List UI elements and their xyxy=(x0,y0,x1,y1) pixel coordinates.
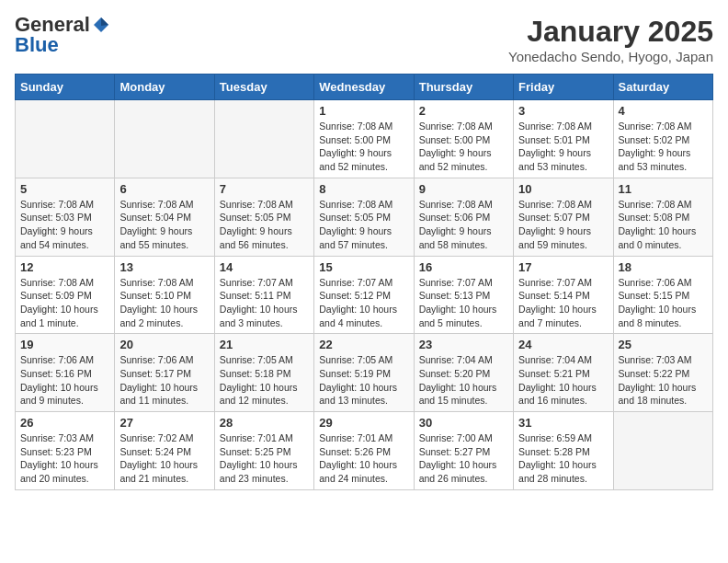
day-number: 23 xyxy=(419,338,508,351)
calendar-week-1: 1Sunrise: 7:08 AM Sunset: 5:00 PM Daylig… xyxy=(16,100,713,178)
logo-general-text: General xyxy=(15,15,90,35)
day-number: 16 xyxy=(419,260,508,274)
day-info: Sunrise: 7:06 AM Sunset: 5:15 PM Dayligh… xyxy=(619,276,708,330)
calendar-cell: 22Sunrise: 7:05 AM Sunset: 5:19 PM Dayli… xyxy=(314,334,414,412)
day-number: 1 xyxy=(319,104,408,118)
calendar-table: SundayMondayTuesdayWednesdayThursdayFrid… xyxy=(15,74,713,490)
calendar-cell: 14Sunrise: 7:07 AM Sunset: 5:11 PM Dayli… xyxy=(214,256,313,334)
day-info: Sunrise: 7:08 AM Sunset: 5:10 PM Dayligh… xyxy=(119,276,209,330)
weekday-header-thursday: Thursday xyxy=(414,75,513,100)
day-info: Sunrise: 6:59 AM Sunset: 5:28 PM Dayligh… xyxy=(518,431,608,486)
calendar-cell: 16Sunrise: 7:07 AM Sunset: 5:13 PM Dayli… xyxy=(414,256,513,334)
day-number: 18 xyxy=(619,260,708,274)
day-info: Sunrise: 7:03 AM Sunset: 5:23 PM Dayligh… xyxy=(20,431,109,486)
day-number: 19 xyxy=(20,338,109,351)
month-title: January 2025 xyxy=(508,15,713,49)
day-info: Sunrise: 7:05 AM Sunset: 5:19 PM Dayligh… xyxy=(319,353,408,408)
weekday-header-row: SundayMondayTuesdayWednesdayThursdayFrid… xyxy=(16,75,713,100)
calendar-cell: 20Sunrise: 7:06 AM Sunset: 5:17 PM Dayli… xyxy=(115,334,214,412)
title-block: January 2025 Yonedacho Sendo, Hyogo, Jap… xyxy=(508,15,713,64)
calendar-cell: 27Sunrise: 7:02 AM Sunset: 5:24 PM Dayli… xyxy=(115,412,214,490)
calendar-cell: 2Sunrise: 7:08 AM Sunset: 5:00 PM Daylig… xyxy=(414,100,513,178)
calendar-cell: 12Sunrise: 7:08 AM Sunset: 5:09 PM Dayli… xyxy=(16,256,115,334)
day-info: Sunrise: 7:08 AM Sunset: 5:08 PM Dayligh… xyxy=(619,198,708,252)
day-info: Sunrise: 7:08 AM Sunset: 5:06 PM Dayligh… xyxy=(419,198,508,252)
day-info: Sunrise: 7:03 AM Sunset: 5:22 PM Dayligh… xyxy=(619,353,708,408)
day-number: 11 xyxy=(619,182,708,196)
calendar-cell xyxy=(613,412,712,490)
calendar-cell: 23Sunrise: 7:04 AM Sunset: 5:20 PM Dayli… xyxy=(414,334,513,412)
logo-blue-text: Blue xyxy=(15,35,59,55)
calendar-cell: 9Sunrise: 7:08 AM Sunset: 5:06 PM Daylig… xyxy=(414,178,513,256)
calendar-cell: 3Sunrise: 7:08 AM Sunset: 5:01 PM Daylig… xyxy=(514,100,613,178)
weekday-header-wednesday: Wednesday xyxy=(314,75,414,100)
day-number: 26 xyxy=(20,416,109,430)
day-info: Sunrise: 7:01 AM Sunset: 5:25 PM Dayligh… xyxy=(220,431,309,486)
day-info: Sunrise: 7:08 AM Sunset: 5:07 PM Dayligh… xyxy=(518,198,608,252)
calendar-cell: 28Sunrise: 7:01 AM Sunset: 5:25 PM Dayli… xyxy=(214,412,313,490)
day-info: Sunrise: 7:08 AM Sunset: 5:05 PM Dayligh… xyxy=(220,198,309,252)
weekday-header-friday: Friday xyxy=(514,75,613,100)
day-number: 22 xyxy=(319,338,408,351)
day-number: 30 xyxy=(419,416,508,430)
day-info: Sunrise: 7:08 AM Sunset: 5:04 PM Dayligh… xyxy=(119,198,209,252)
svg-marker-1 xyxy=(101,17,108,26)
day-number: 21 xyxy=(220,338,309,351)
day-number: 29 xyxy=(319,416,408,430)
day-info: Sunrise: 7:06 AM Sunset: 5:17 PM Dayligh… xyxy=(119,353,209,408)
page-header: General Blue January 2025 Yonedacho Send… xyxy=(15,15,713,64)
day-number: 14 xyxy=(220,260,309,274)
day-number: 9 xyxy=(419,182,508,196)
calendar-cell: 24Sunrise: 7:04 AM Sunset: 5:21 PM Dayli… xyxy=(514,334,613,412)
calendar-cell: 8Sunrise: 7:08 AM Sunset: 5:05 PM Daylig… xyxy=(314,178,414,256)
calendar-cell: 6Sunrise: 7:08 AM Sunset: 5:04 PM Daylig… xyxy=(115,178,214,256)
day-number: 31 xyxy=(518,416,608,430)
day-number: 10 xyxy=(518,182,608,196)
day-info: Sunrise: 7:07 AM Sunset: 5:14 PM Dayligh… xyxy=(518,276,608,330)
calendar-week-3: 12Sunrise: 7:08 AM Sunset: 5:09 PM Dayli… xyxy=(16,256,713,334)
weekday-header-saturday: Saturday xyxy=(613,75,712,100)
day-info: Sunrise: 7:07 AM Sunset: 5:12 PM Dayligh… xyxy=(319,276,408,330)
day-info: Sunrise: 7:04 AM Sunset: 5:20 PM Dayligh… xyxy=(419,353,508,408)
day-number: 12 xyxy=(20,260,109,274)
day-info: Sunrise: 7:08 AM Sunset: 5:03 PM Dayligh… xyxy=(20,198,109,252)
day-number: 3 xyxy=(518,104,608,118)
weekday-header-tuesday: Tuesday xyxy=(214,75,313,100)
day-number: 5 xyxy=(20,182,109,196)
calendar-cell: 17Sunrise: 7:07 AM Sunset: 5:14 PM Dayli… xyxy=(514,256,613,334)
day-number: 24 xyxy=(518,338,608,351)
calendar-cell: 21Sunrise: 7:05 AM Sunset: 5:18 PM Dayli… xyxy=(214,334,313,412)
logo-icon xyxy=(92,16,110,34)
calendar-cell: 11Sunrise: 7:08 AM Sunset: 5:08 PM Dayli… xyxy=(613,178,712,256)
day-number: 28 xyxy=(220,416,309,430)
calendar-cell xyxy=(115,100,214,178)
day-info: Sunrise: 7:08 AM Sunset: 5:05 PM Dayligh… xyxy=(319,198,408,252)
calendar-cell: 30Sunrise: 7:00 AM Sunset: 5:27 PM Dayli… xyxy=(414,412,513,490)
day-info: Sunrise: 7:08 AM Sunset: 5:00 PM Dayligh… xyxy=(319,120,408,174)
day-number: 13 xyxy=(119,260,209,274)
day-info: Sunrise: 7:07 AM Sunset: 5:13 PM Dayligh… xyxy=(419,276,508,330)
day-info: Sunrise: 7:05 AM Sunset: 5:18 PM Dayligh… xyxy=(220,353,309,408)
calendar-cell: 10Sunrise: 7:08 AM Sunset: 5:07 PM Dayli… xyxy=(514,178,613,256)
calendar-cell: 7Sunrise: 7:08 AM Sunset: 5:05 PM Daylig… xyxy=(214,178,313,256)
day-info: Sunrise: 7:04 AM Sunset: 5:21 PM Dayligh… xyxy=(518,353,608,408)
day-number: 2 xyxy=(419,104,508,118)
day-number: 20 xyxy=(119,338,209,351)
calendar-week-4: 19Sunrise: 7:06 AM Sunset: 5:16 PM Dayli… xyxy=(16,334,713,412)
day-info: Sunrise: 7:08 AM Sunset: 5:01 PM Dayligh… xyxy=(518,120,608,174)
calendar-cell: 4Sunrise: 7:08 AM Sunset: 5:02 PM Daylig… xyxy=(613,100,712,178)
day-info: Sunrise: 7:08 AM Sunset: 5:00 PM Dayligh… xyxy=(419,120,508,174)
calendar-cell: 31Sunrise: 6:59 AM Sunset: 5:28 PM Dayli… xyxy=(514,412,613,490)
day-number: 4 xyxy=(619,104,708,118)
calendar-cell: 19Sunrise: 7:06 AM Sunset: 5:16 PM Dayli… xyxy=(16,334,115,412)
day-info: Sunrise: 7:01 AM Sunset: 5:26 PM Dayligh… xyxy=(319,431,408,486)
day-info: Sunrise: 7:08 AM Sunset: 5:02 PM Dayligh… xyxy=(619,120,708,174)
calendar-cell: 18Sunrise: 7:06 AM Sunset: 5:15 PM Dayli… xyxy=(613,256,712,334)
day-info: Sunrise: 7:00 AM Sunset: 5:27 PM Dayligh… xyxy=(419,431,508,486)
day-info: Sunrise: 7:07 AM Sunset: 5:11 PM Dayligh… xyxy=(220,276,309,330)
calendar-cell: 25Sunrise: 7:03 AM Sunset: 5:22 PM Dayli… xyxy=(613,334,712,412)
location-subtitle: Yonedacho Sendo, Hyogo, Japan xyxy=(508,49,713,64)
day-number: 27 xyxy=(119,416,209,430)
calendar-cell xyxy=(16,100,115,178)
day-number: 7 xyxy=(220,182,309,196)
